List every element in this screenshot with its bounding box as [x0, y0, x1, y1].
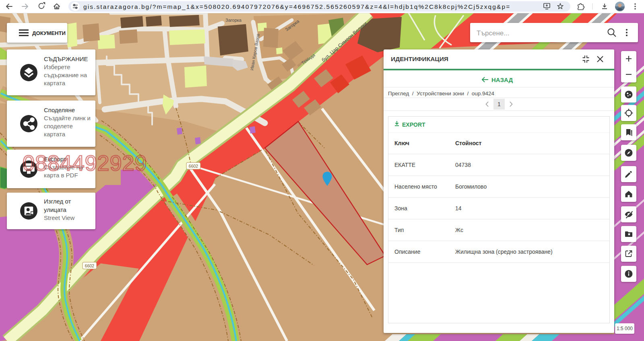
svg-text:Търсене...: Търсене... — [477, 29, 509, 37]
svg-text:Загорка: Загорка — [225, 18, 242, 23]
svg-text:EXPORT: EXPORT — [402, 121, 425, 128]
svg-text:Жс: Жс — [455, 227, 463, 233]
svg-text:НАЗАД: НАЗАД — [491, 76, 513, 83]
svg-text:Описание: Описание — [394, 249, 421, 255]
svg-text:Тип: Тип — [394, 227, 404, 233]
svg-text:1: 1 — [497, 101, 501, 107]
svg-text:14: 14 — [455, 205, 462, 212]
svg-text:ИДЕНТИФИКАЦИЯ: ИДЕНТИФИКАЦИЯ — [391, 55, 448, 62]
svg-text:6602: 6602 — [85, 263, 95, 268]
svg-text:Зона: Зона — [394, 205, 407, 212]
svg-text:04738: 04738 — [455, 162, 471, 168]
svg-text:Преглед / Устройствени зони: Преглед / Устройствени зони / oup.9424 — [388, 90, 495, 97]
svg-text:ДОКУМЕНТИ: ДОКУМЕНТИ — [32, 30, 66, 36]
svg-text:Жилищна зона (средно застроява: Жилищна зона (средно застрояване) — [455, 249, 553, 255]
svg-text:Ключ: Ключ — [394, 140, 409, 146]
svg-text:Богомилово: Богомилово — [455, 183, 487, 190]
svg-text:Стойност: Стойност — [455, 140, 482, 146]
svg-text:ЕКАТТЕ: ЕКАТТЕ — [394, 162, 415, 168]
svg-text:6602: 6602 — [189, 164, 198, 168]
svg-text:Населено място: Населено място — [394, 183, 437, 190]
